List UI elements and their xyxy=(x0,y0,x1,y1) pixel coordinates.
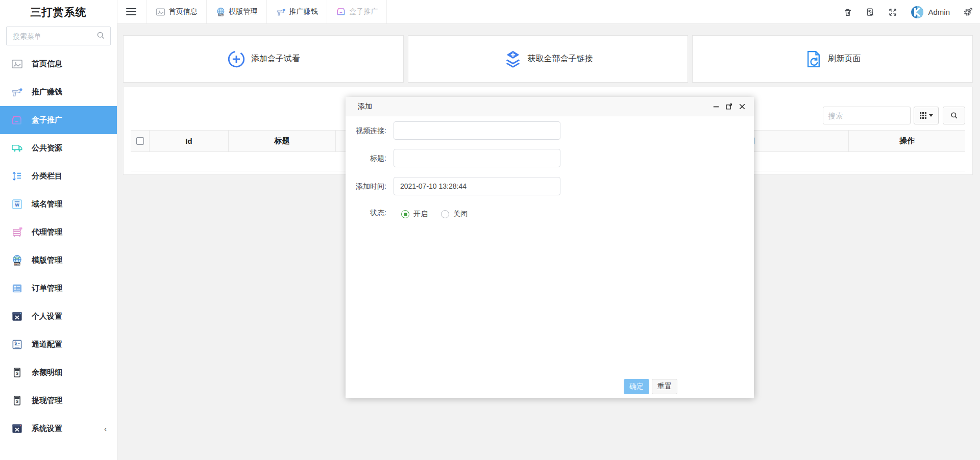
user-menu[interactable]: Admin xyxy=(911,6,950,19)
dialog-title: 添加 xyxy=(358,102,372,111)
dialog-header[interactable]: 添加 xyxy=(346,97,754,116)
svg-text:$: $ xyxy=(14,341,17,346)
resource-truck-icon xyxy=(10,142,23,155)
template-globe-icon: HTML xyxy=(216,7,226,17)
select-all-checkbox[interactable] xyxy=(136,137,144,145)
sidebar-item-balance-detail[interactable]: $ 余额明细 xyxy=(0,359,117,387)
sidebar-item-category[interactable]: 分类栏目 xyxy=(0,162,117,190)
sidebar: 三打赏系统 首页信息 推广赚钱 xyxy=(0,0,117,460)
sidebar-item-public-resource[interactable]: 公共资源 xyxy=(0,134,117,162)
file-search-icon[interactable] xyxy=(866,8,875,17)
promote-icon xyxy=(10,86,23,99)
table-search-button[interactable] xyxy=(943,107,965,124)
radio-selected-icon xyxy=(401,210,409,218)
withdraw-icon: $ xyxy=(10,394,23,407)
home-info-icon xyxy=(156,7,165,17)
tab-home-info[interactable]: 首页信息 xyxy=(146,0,206,23)
svg-text:w: w xyxy=(14,201,19,208)
tab-template-manage[interactable]: HTML 模版管理 xyxy=(206,0,266,23)
title-row: 标题: xyxy=(346,149,754,167)
columns-toggle-button[interactable] xyxy=(914,107,939,124)
title-input[interactable] xyxy=(394,149,560,167)
agent-server-icon xyxy=(10,226,23,239)
profile-window-icon xyxy=(10,310,23,323)
table-search-input[interactable] xyxy=(823,107,911,124)
promote-icon xyxy=(276,7,286,17)
balance-icon: $ xyxy=(10,366,23,379)
sidebar-item-template[interactable]: HTML 模版管理 xyxy=(0,246,117,274)
select-all-cell xyxy=(131,131,150,151)
box-icon xyxy=(336,7,346,17)
tab-promote-earn[interactable]: 推广赚钱 xyxy=(266,0,327,23)
home-info-icon xyxy=(10,58,23,71)
trash-icon[interactable] xyxy=(843,8,852,17)
status-on-radio[interactable]: 开启 xyxy=(401,210,428,219)
app-window: 三打赏系统 首页信息 推广赚钱 xyxy=(0,0,980,460)
minimize-icon[interactable] xyxy=(713,103,720,110)
user-name: Admin xyxy=(928,8,950,16)
box-icon xyxy=(10,114,23,127)
close-icon[interactable] xyxy=(739,103,746,110)
sidebar-item-domain[interactable]: w 域名管理 xyxy=(0,190,117,218)
get-all-box-links-button[interactable]: 获取全部盒子链接 xyxy=(408,35,689,83)
sidebar-item-orders[interactable]: 订单管理 xyxy=(0,274,117,302)
add-time-row: 添加时间: xyxy=(346,177,754,195)
video-link-input[interactable] xyxy=(394,121,560,140)
sidebar-item-box-promote[interactable]: 盒子推广 xyxy=(0,106,117,134)
svg-text:$: $ xyxy=(15,399,18,404)
col-actions: 操作 xyxy=(849,131,965,151)
sidebar-item-agent[interactable]: 代理管理 xyxy=(0,218,117,246)
confirm-button[interactable]: 确定 xyxy=(624,379,649,394)
add-circle-icon xyxy=(227,49,246,69)
category-sort-icon xyxy=(10,170,23,183)
add-time-label: 添加时间: xyxy=(346,177,386,195)
channel-calc-icon: $ xyxy=(10,338,23,351)
status-label: 状态: xyxy=(346,205,386,220)
order-grid-icon xyxy=(10,282,23,295)
add-box-trial-button[interactable]: 添加盒子试看 xyxy=(123,35,404,83)
maximize-icon[interactable] xyxy=(725,103,733,110)
doc-refresh-icon xyxy=(804,50,823,68)
refresh-page-button[interactable]: 刷新页面 xyxy=(692,35,973,83)
dialog-footer: 确定 重置 xyxy=(624,379,677,394)
sidebar-menu: 首页信息 推广赚钱 盒子推广 公共资源 xyxy=(0,50,117,443)
sidebar-item-channel-config[interactable]: $ 通道配置 xyxy=(0,330,117,359)
sidebar-search xyxy=(6,27,111,45)
tab-strip: 首页信息 HTML 模版管理 推广赚钱 盒子推广 xyxy=(146,0,387,23)
sidebar-item-profile-settings[interactable]: 个人设置 xyxy=(0,302,117,330)
search-icon xyxy=(96,31,105,40)
template-globe-icon: HTML xyxy=(10,254,23,267)
menu-toggle-icon[interactable] xyxy=(126,6,136,17)
sidebar-item-promote-earn[interactable]: 推广赚钱 xyxy=(0,78,117,106)
fullscreen-icon[interactable] xyxy=(888,8,897,17)
settings-gear-icon[interactable] xyxy=(963,7,973,17)
svg-text:HTML: HTML xyxy=(14,263,20,265)
video-link-label: 视频连接: xyxy=(346,121,386,140)
col-id: Id xyxy=(150,131,229,151)
sidebar-search-input[interactable] xyxy=(6,27,111,45)
status-off-radio[interactable]: 关闭 xyxy=(441,210,468,219)
table-toolbar xyxy=(823,107,965,124)
sidebar-item-home-info[interactable]: 首页信息 xyxy=(0,50,117,78)
collapse-chevron-icon[interactable]: ‹ xyxy=(104,424,107,433)
status-row: 状态: 开启 关闭 xyxy=(346,205,754,223)
tab-box-promote[interactable]: 盒子推广 xyxy=(327,0,387,23)
title-label: 标题: xyxy=(346,149,386,167)
layers-plus-icon xyxy=(503,49,523,69)
add-dialog: 添加 视频连接: 标题: 添加时间: xyxy=(346,97,754,398)
domain-icon: w xyxy=(10,198,23,211)
sidebar-item-withdraw[interactable]: $ 提现管理 xyxy=(0,387,117,415)
system-window-icon xyxy=(10,422,23,436)
action-cards: 添加盒子试看 获取全部盒子链接 刷新页面 xyxy=(123,35,973,83)
avatar xyxy=(911,6,924,19)
reset-button[interactable]: 重置 xyxy=(652,379,677,394)
topbar: 首页信息 HTML 模版管理 推广赚钱 盒子推广 xyxy=(117,0,980,24)
add-time-input[interactable] xyxy=(394,177,560,195)
svg-text:$: $ xyxy=(15,371,18,376)
radio-unselected-icon xyxy=(441,210,449,218)
app-title: 三打赏系统 xyxy=(0,0,117,24)
video-link-row: 视频连接: xyxy=(346,121,754,140)
caret-down-icon xyxy=(929,114,933,117)
sidebar-item-system-settings[interactable]: 系统设置 ‹ xyxy=(0,415,117,443)
col-title: 标题 xyxy=(229,131,336,151)
